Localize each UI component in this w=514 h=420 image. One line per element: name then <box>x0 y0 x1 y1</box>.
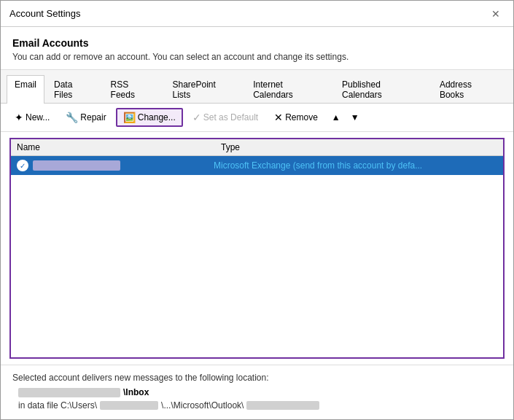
inbox-label: \Inbox <box>123 387 149 397</box>
tab-rss-feeds[interactable]: RSS Feeds <box>103 75 163 104</box>
change-icon: 🖼️ <box>123 112 136 123</box>
new-icon: ✦ <box>15 112 23 123</box>
check-icon: ✓ <box>17 160 28 171</box>
footer-path: in data file C:\Users\ \...\Microsoft\Ou… <box>18 400 502 411</box>
set-default-icon: ✓ <box>192 112 201 123</box>
header-description: You can add or remove an account. You ca… <box>12 52 502 62</box>
up-down-buttons: ▲ ▼ <box>327 110 364 125</box>
path-suffix: \...\Microsoft\Outlook\ <box>161 400 244 411</box>
tab-published-calendars[interactable]: Published Calendars <box>334 75 430 104</box>
footer-description: Selected account delivers new messages t… <box>12 373 502 383</box>
repair-icon: 🔧 <box>66 112 78 123</box>
remove-icon: ✕ <box>274 112 283 123</box>
account-settings-window: Account Settings ✕ Email Accounts You ca… <box>0 0 514 420</box>
tab-email[interactable]: Email <box>7 75 44 104</box>
toolbar: ✦ New... 🔧 Repair 🖼️ Change... ✓ Set as … <box>1 104 513 132</box>
set-default-label: Set as Default <box>203 112 258 122</box>
set-default-button[interactable]: ✓ Set as Default <box>186 109 265 126</box>
tab-internet-calendars[interactable]: Internet Calendars <box>245 75 332 104</box>
header-title: Email Accounts <box>12 37 502 49</box>
change-label: Change... <box>138 112 176 122</box>
row-name-cell: ✓ <box>17 160 214 171</box>
col-name-header: Name <box>17 142 221 152</box>
path-label: in data file C:\Users\ <box>18 400 97 411</box>
window-title: Account Settings <box>9 8 81 19</box>
footer-location: \Inbox <box>18 387 502 397</box>
change-button[interactable]: 🖼️ Change... <box>116 108 183 127</box>
new-button[interactable]: ✦ New... <box>8 109 56 126</box>
title-bar: Account Settings ✕ <box>1 1 513 27</box>
path-end-redacted <box>246 401 319 410</box>
move-down-button[interactable]: ▼ <box>346 110 364 125</box>
new-label: New... <box>26 112 50 122</box>
table-row[interactable]: ✓ Microsoft Exchange (send from this acc… <box>11 156 503 175</box>
path-user-redacted <box>100 401 158 410</box>
tab-address-books[interactable]: Address Books <box>432 75 506 104</box>
location-redacted <box>18 388 120 397</box>
repair-label: Repair <box>80 112 106 122</box>
tab-data-files[interactable]: Data Files <box>46 75 101 104</box>
close-button[interactable]: ✕ <box>487 7 505 21</box>
move-up-button[interactable]: ▲ <box>327 110 345 125</box>
col-type-header: Type <box>221 142 497 152</box>
footer-section: Selected account delivers new messages t… <box>1 365 513 419</box>
account-name-redacted <box>33 160 120 171</box>
accounts-table: Name Type ✓ Microsoft Exchange (send fro… <box>9 138 505 359</box>
remove-label: Remove <box>285 112 318 122</box>
content-area: Name Type ✓ Microsoft Exchange (send fro… <box>1 132 513 365</box>
tabs-bar: Email Data Files RSS Feeds SharePoint Li… <box>1 70 513 104</box>
table-header: Name Type <box>11 139 503 156</box>
tab-sharepoint-lists[interactable]: SharePoint Lists <box>164 75 244 104</box>
repair-button[interactable]: 🔧 Repair <box>59 109 112 126</box>
row-type-cell: Microsoft Exchange (send from this accou… <box>214 160 497 171</box>
header-section: Email Accounts You can add or remove an … <box>1 27 513 70</box>
remove-button[interactable]: ✕ Remove <box>268 109 324 126</box>
